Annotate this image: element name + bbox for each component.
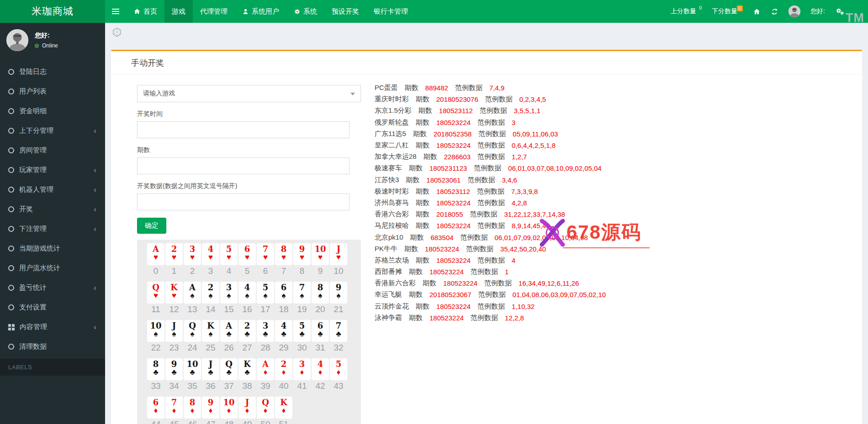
nav-item-preset-draw[interactable]: 预设开奖: [324, 0, 366, 23]
online-status[interactable]: Online: [35, 42, 58, 49]
sample-value: 16,34,49,12,6,11,26: [519, 279, 579, 287]
playing-card: K♣: [238, 358, 256, 380]
sample-value: 4: [512, 256, 515, 264]
suit-icon: ♠: [202, 292, 219, 299]
nav-item-label: 游戏: [172, 7, 185, 16]
sidebar-item-2[interactable]: 资金明细: [0, 101, 105, 121]
sample-value: 8,9,14,45,49: [512, 222, 550, 230]
circle-icon: [8, 108, 14, 114]
nav-item-home[interactable]: 首页: [126, 0, 164, 23]
suit-icon: ♠: [184, 330, 201, 338]
issue-value: 180523224: [436, 303, 471, 310]
home-icon[interactable]: [753, 8, 761, 16]
sidebar-menu: 登陆日志用户列表资金明细上下分管理‹房间管理玩家管理‹机器人管理‹开奖‹下注管理…: [0, 62, 105, 356]
user-avatar[interactable]: [789, 5, 800, 17]
suit-icon: ♣: [312, 330, 329, 338]
card-index: 9: [312, 266, 329, 276]
sidebar-item-label: 资金明细: [19, 107, 47, 115]
suit-icon: ♥: [165, 253, 183, 261]
draw-data-input[interactable]: [137, 194, 349, 210]
gears-icon[interactable]: [835, 7, 844, 16]
sidebar-item-12[interactable]: 支付设置: [0, 298, 105, 317]
sample-label: 范例数据: [477, 221, 505, 230]
sidebar-item-6[interactable]: 机器人管理‹: [0, 180, 105, 199]
suit-icon: ♣: [220, 368, 238, 376]
issue-value: 180523224: [436, 256, 471, 264]
card-index: 33: [147, 381, 164, 391]
sidebar-item-13[interactable]: 内容管理‹: [0, 317, 105, 337]
nav-item-system-users[interactable]: 系统用户: [235, 0, 286, 23]
playing-card: 10♣: [184, 358, 201, 380]
issue-label: 期数: [409, 314, 423, 322]
nav-item-bank-cards[interactable]: 银行卡管理: [366, 0, 415, 23]
issue-value: 180523112: [436, 188, 470, 195]
chevron-left-icon: ‹: [94, 127, 98, 135]
sidebar-item-14[interactable]: 清理数据: [0, 337, 105, 356]
sidebar-item-8[interactable]: 下注管理‹: [0, 219, 105, 239]
issue-value: 20180523076: [436, 95, 478, 103]
app-logo[interactable]: 米珈商城: [0, 0, 105, 23]
sidebar-item-7[interactable]: 开奖‹: [0, 199, 105, 219]
issue-label: 期数: [418, 106, 432, 115]
sidebar-avatar[interactable]: [6, 29, 28, 51]
playing-card: 8♠: [312, 282, 329, 304]
playing-card: Q♥: [147, 282, 164, 304]
sample-label: 范例数据: [477, 187, 504, 196]
game-name: 马尼拉梭哈: [375, 221, 409, 230]
game-name: 俄罗斯轮盘: [375, 118, 409, 127]
suit-icon: ♦: [275, 368, 292, 376]
sidebar-item-11[interactable]: 盈亏统计‹: [0, 278, 105, 298]
draw-time-input[interactable]: [137, 121, 349, 138]
playing-card: 3♥: [184, 243, 201, 265]
hamburger-icon: [112, 7, 119, 16]
sidebar-item-1[interactable]: 用户列表: [0, 82, 105, 101]
issue-label: 期数: [137, 146, 375, 154]
sidebar-item-0[interactable]: 登陆日志: [0, 62, 105, 82]
chevron-down-icon: [350, 93, 355, 95]
sample-value: 05,09,11,06,03: [513, 130, 558, 138]
chevron-left-icon: ‹: [94, 166, 98, 174]
card-index: 31: [312, 343, 329, 353]
card-index: 11: [147, 304, 164, 314]
suit-icon: ♦: [238, 407, 256, 414]
sample-label: 范例数据: [480, 106, 507, 115]
suit-icon: ♠: [202, 330, 219, 338]
sample-label: 范例数据: [460, 233, 488, 242]
nav-item-games[interactable]: 游戏: [164, 0, 193, 23]
game-name: 泳神争霸: [375, 314, 402, 322]
playing-card: 2♣: [238, 320, 256, 342]
game-name: 香港新六合彩: [375, 279, 416, 288]
sidebar-toggle-button[interactable]: [105, 0, 126, 23]
suit-icon: ♦: [220, 407, 238, 414]
card-index: 2: [184, 266, 201, 276]
sidebar-item-5[interactable]: 玩家管理‹: [0, 160, 105, 180]
issue-input[interactable]: [137, 157, 349, 174]
issue-label: 期数: [416, 199, 429, 207]
gear-icon: [294, 8, 301, 15]
issue-value: 180523112: [439, 107, 473, 115]
nav-item-agents[interactable]: 代理管理: [193, 0, 235, 23]
sidebar-item-3[interactable]: 上下分管理‹: [0, 121, 105, 141]
game-select[interactable]: 请输入游戏: [137, 85, 361, 102]
online-status-label: Online: [42, 42, 58, 49]
nav-item-system[interactable]: 系统: [286, 0, 324, 23]
confirm-button[interactable]: 确定: [137, 218, 166, 234]
down-score-link[interactable]: 下分数量0: [712, 7, 743, 16]
game-name: 江苏快3: [375, 176, 399, 184]
up-score-link[interactable]: 上分数量0: [671, 7, 702, 16]
sample-value: 3: [512, 119, 515, 126]
sidebar-item-4[interactable]: 房间管理: [0, 141, 105, 160]
sidebar-item-9[interactable]: 当期游戏统计: [0, 239, 105, 258]
suit-icon: ♠: [275, 292, 292, 299]
card-index-row: 2223242526272829303132: [147, 343, 361, 353]
card-index: 47: [202, 419, 219, 424]
playing-card: J♦: [238, 397, 256, 419]
sidebar-item-10[interactable]: 用户流水统计: [0, 258, 105, 278]
suit-icon: ♠: [257, 292, 274, 299]
greeting-text[interactable]: 您好:: [810, 7, 825, 16]
circle-icon: [8, 147, 14, 153]
playing-card: 6♥: [238, 243, 256, 265]
online-dot-icon: [35, 44, 39, 48]
suit-icon: ♠: [165, 330, 183, 338]
refresh-icon[interactable]: [771, 8, 778, 16]
